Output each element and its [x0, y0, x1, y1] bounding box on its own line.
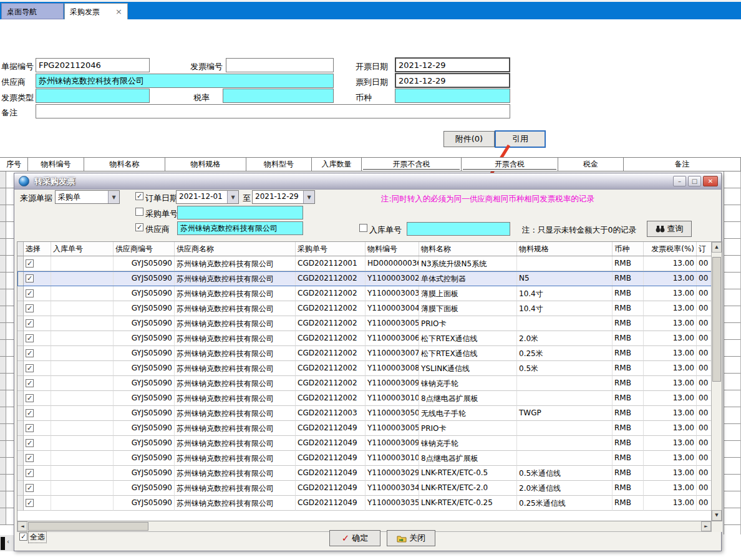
table-cell[interactable]: HD000000036 — [366, 256, 419, 271]
table-row[interactable]: ✓GYJS05090苏州铼钠克数控科技有限公司CGD202112002Y1100… — [17, 361, 722, 376]
bg-column-header[interactable]: 开票含税 — [462, 158, 558, 171]
arrival-date-field[interactable] — [395, 73, 510, 88]
row-checkbox[interactable]: ✓ — [26, 364, 34, 372]
column-header[interactable]: 供应商编号 — [114, 242, 175, 256]
row-checkbox[interactable]: ✓ — [26, 499, 34, 507]
table-row[interactable]: ✓GYJS05090苏州铼钠克数控科技有限公司CGD202112049Y1100… — [17, 496, 722, 511]
table-cell[interactable]: CGD202112049 — [296, 496, 366, 511]
table-cell[interactable]: Y1100003008 — [366, 361, 419, 376]
table-cell[interactable]: 13.00 — [644, 286, 697, 301]
close-button[interactable]: 关闭 — [387, 530, 435, 546]
table-cell[interactable]: RMB — [613, 421, 644, 436]
table-cell[interactable]: Y1100003029 — [366, 466, 419, 481]
table-cell[interactable]: LNK-RTEX/ETC-2.0 — [419, 481, 517, 496]
table-cell[interactable]: 松下RTEX通信线 — [419, 346, 517, 361]
table-cell[interactable]: YSLINK通信线 — [419, 361, 517, 376]
table-cell[interactable]: 2.0米 — [517, 331, 613, 346]
scroll-up-icon[interactable]: ▲ — [712, 242, 722, 253]
table-cell[interactable]: GYJS05090 — [114, 376, 175, 391]
table-row[interactable]: ✓GYJS05090苏州铼钠克数控科技有限公司CGD202112002Y1100… — [17, 271, 722, 286]
row-checkbox[interactable]: ✓ — [26, 304, 34, 312]
table-cell[interactable] — [517, 376, 613, 391]
bg-column-header[interactable]: 物料规格 — [165, 158, 246, 171]
table-cell[interactable]: 苏州铼钠克数控科技有限公司 — [175, 256, 296, 271]
table-vscrollbar[interactable]: ▲ ▼ — [711, 242, 722, 521]
table-cell[interactable]: TWGP — [517, 406, 613, 421]
select-all-checkbox[interactable]: ✓ — [19, 533, 27, 541]
table-cell[interactable]: GYJS05090 — [114, 316, 175, 331]
tax-rate-field[interactable] — [223, 89, 334, 103]
source-doc-select[interactable]: 采购单 ▼ — [55, 190, 120, 204]
row-checkbox[interactable]: ✓ — [26, 334, 34, 342]
table-row[interactable]: ✓GYJS05090苏州铼钠克数控科技有限公司CGD202112002Y1100… — [17, 316, 722, 331]
table-cell[interactable]: 13.00 — [644, 331, 697, 346]
table-cell[interactable]: RMB — [613, 316, 644, 331]
table-cell[interactable] — [51, 391, 114, 406]
tab-purchase-invoice[interactable]: 采购发票 × — [64, 3, 128, 19]
row-checkbox[interactable]: ✓ — [26, 409, 34, 417]
table-cell[interactable]: 单体式控制器 — [419, 271, 517, 286]
table-cell[interactable]: CGD202112049 — [296, 466, 366, 481]
table-cell[interactable]: GYJS05090 — [114, 271, 175, 286]
bg-column-header[interactable]: 税金 — [558, 158, 624, 171]
date-to-select[interactable]: 2021-12-29 ▼ — [252, 190, 315, 204]
tab-close-icon[interactable]: × — [115, 4, 122, 20]
bg-column-header[interactable]: 物料型号 — [246, 158, 312, 171]
table-row[interactable]: ✓GYJS05090苏州铼钠克数控科技有限公司CGD202112002Y1100… — [17, 331, 722, 346]
table-cell[interactable]: 10.4寸 — [517, 301, 613, 316]
table-cell[interactable]: Y1100003005 — [366, 316, 419, 331]
table-cell[interactable]: 苏州铼钠克数控科技有限公司 — [175, 331, 296, 346]
table-cell[interactable]: 00 — [697, 436, 712, 451]
table-cell[interactable]: 00 — [697, 256, 712, 271]
table-row[interactable]: ✓GYJS05090苏州铼钠克数控科技有限公司CGD202112002Y1100… — [17, 286, 722, 301]
table-cell[interactable]: Y1100003050 — [366, 406, 419, 421]
table-cell[interactable]: 苏州铼钠克数控科技有限公司 — [175, 361, 296, 376]
invoice-date-field[interactable] — [395, 57, 510, 72]
table-cell[interactable] — [51, 286, 114, 301]
dialog-minimize-button[interactable]: – — [673, 176, 686, 186]
table-cell[interactable] — [51, 361, 114, 376]
table-cell[interactable]: 薄膜上面板 — [419, 286, 517, 301]
table-cell[interactable] — [51, 256, 114, 271]
table-cell[interactable] — [517, 256, 613, 271]
invoice-type-field[interactable] — [36, 89, 150, 103]
currency-field[interactable] — [395, 89, 510, 103]
column-header[interactable]: 订 — [697, 242, 712, 256]
table-cell[interactable] — [51, 271, 114, 286]
chevron-down-icon[interactable]: ▼ — [108, 191, 119, 203]
table-cell[interactable]: 13.00 — [644, 301, 697, 316]
table-cell[interactable]: N3系统升级N5系统 — [419, 256, 517, 271]
table-cell[interactable]: CGD202112002 — [296, 331, 366, 346]
table-cell[interactable]: LNK-RTEX/ETC-0.5 — [419, 466, 517, 481]
table-cell[interactable]: 10.4寸 — [517, 286, 613, 301]
table-cell[interactable] — [51, 376, 114, 391]
table-cell[interactable]: 8点继电器扩展板 — [419, 391, 517, 406]
table-cell[interactable]: RMB — [613, 496, 644, 511]
table-cell[interactable]: RMB — [613, 346, 644, 361]
table-cell[interactable]: RMB — [613, 256, 644, 271]
table-cell[interactable]: 无线电子手轮 — [419, 406, 517, 421]
table-cell[interactable]: 00 — [697, 391, 712, 406]
table-cell[interactable]: GYJS05090 — [114, 421, 175, 436]
column-header[interactable]: 供应商名称 — [175, 242, 296, 256]
table-cell[interactable] — [517, 316, 613, 331]
table-cell[interactable]: GYJS05090 — [114, 301, 175, 316]
table-cell[interactable]: 13.00 — [644, 436, 697, 451]
table-cell[interactable] — [51, 301, 114, 316]
row-checkbox[interactable]: ✓ — [26, 289, 34, 297]
table-cell[interactable]: 0.25米通信线 — [517, 496, 613, 511]
column-header[interactable]: 采购单号 — [296, 242, 366, 256]
table-cell[interactable]: 苏州铼钠克数控科技有限公司 — [175, 481, 296, 496]
table-cell[interactable] — [51, 451, 114, 466]
table-cell[interactable]: 0.25米 — [517, 346, 613, 361]
table-cell[interactable]: CGD202112002 — [296, 391, 366, 406]
table-cell[interactable]: 苏州铼钠克数控科技有限公司 — [175, 271, 296, 286]
table-cell[interactable]: GYJS05090 — [114, 361, 175, 376]
table-cell[interactable]: RMB — [613, 301, 644, 316]
table-cell[interactable]: 铼钠克手轮 — [419, 436, 517, 451]
column-header[interactable]: 币种 — [613, 242, 644, 256]
table-cell[interactable]: 13.00 — [644, 496, 697, 511]
table-cell[interactable]: 00 — [697, 346, 712, 361]
row-checkbox[interactable]: ✓ — [26, 484, 34, 492]
hscrollbar-thumb[interactable] — [28, 522, 148, 531]
